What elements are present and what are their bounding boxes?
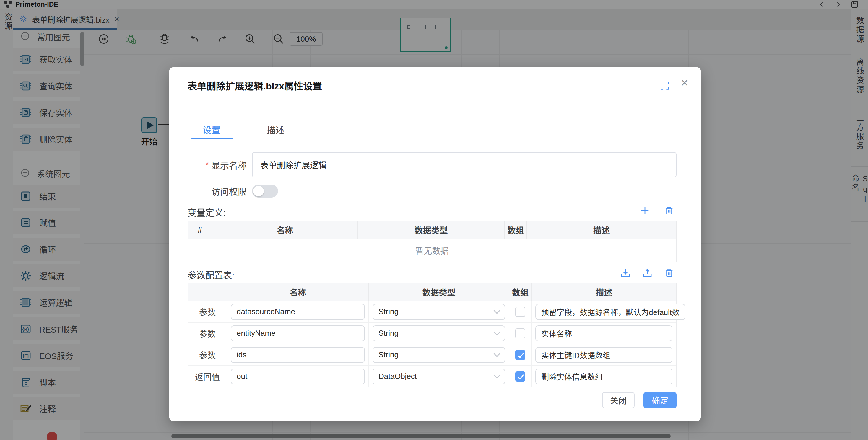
- ide-screen: Primeton-IDE 资源 表单删除扩展逻辑.bizx × 常用图元获取实体…: [0, 0, 868, 440]
- access-label: 访问权限: [188, 185, 247, 197]
- variables-table: #名称数据类型数组描述 暂无数据: [188, 221, 677, 262]
- active-tab-ink: [191, 137, 234, 139]
- param-name-input[interactable]: out: [231, 369, 365, 384]
- delete-param-icon[interactable]: [663, 268, 675, 279]
- display-name-label: * 显示名称: [188, 152, 247, 178]
- column-header: 数据类型: [369, 283, 509, 301]
- tab-description[interactable]: 描述: [267, 122, 284, 137]
- toggle-knob: [253, 186, 264, 196]
- properties-dialog: 表单删除扩展逻辑.bizx属性设置 × 设置 描述 * 显示名称 表单删除扩展逻…: [169, 67, 701, 421]
- column-header: [188, 283, 227, 301]
- param-name-input[interactable]: ids: [231, 347, 365, 363]
- params-table: 名称数据类型数组描述 参数datasourceNameString预留字段，数据…: [188, 283, 677, 387]
- param-type-select[interactable]: String: [373, 304, 505, 320]
- param-kind: 参数: [188, 344, 227, 365]
- display-name-input[interactable]: 表单删除扩展逻辑: [252, 152, 677, 178]
- array-checkbox[interactable]: [515, 307, 525, 317]
- param-type-select[interactable]: DataObject: [373, 369, 505, 384]
- column-header: 数据类型: [358, 221, 505, 239]
- required-asterisk: *: [205, 160, 209, 170]
- param-type-select[interactable]: String: [373, 325, 505, 341]
- params-section-label: 参数配置表:: [188, 268, 234, 281]
- empty-state: 暂无数据: [188, 239, 676, 262]
- column-header: #: [188, 221, 212, 239]
- array-checkbox[interactable]: [515, 350, 525, 360]
- param-name-input[interactable]: datasourceName: [231, 304, 365, 320]
- tab-track: [188, 139, 677, 139]
- param-desc-input[interactable]: 实体名称: [535, 325, 673, 341]
- column-header: 数组: [509, 283, 532, 301]
- param-row: 参数datasourceNameString预留字段，数据源名称，默认为defa…: [188, 301, 676, 323]
- param-desc-input[interactable]: 预留字段，数据源名称，默认为default数: [535, 304, 685, 320]
- column-header: 数组: [505, 221, 527, 239]
- column-header: 描述: [532, 283, 676, 301]
- export-params-icon[interactable]: [642, 268, 653, 279]
- fullscreen-icon[interactable]: [660, 81, 670, 90]
- tab-settings[interactable]: 设置: [203, 122, 220, 137]
- delete-variable-icon[interactable]: [663, 205, 675, 216]
- import-params-icon[interactable]: [620, 268, 631, 279]
- chevron-down-icon: [494, 307, 500, 314]
- dialog-title: 表单删除扩展逻辑.bizx属性设置: [188, 78, 322, 92]
- param-desc-input[interactable]: 实体主键ID数据数组: [535, 347, 673, 363]
- chevron-down-icon: [494, 372, 500, 379]
- column-header: 描述: [527, 221, 676, 239]
- add-variable-icon[interactable]: [639, 205, 651, 216]
- variables-section-label: 变量定义:: [188, 206, 225, 219]
- param-kind: 参数: [188, 301, 227, 322]
- chevron-down-icon: [494, 350, 500, 357]
- param-kind: 返回值: [188, 366, 227, 387]
- array-checkbox[interactable]: [515, 372, 525, 381]
- ok-button[interactable]: 确定: [644, 392, 677, 408]
- column-header: 名称: [212, 221, 358, 239]
- chevron-down-icon: [494, 329, 500, 336]
- param-row: 返回值outDataObject删除实体信息数组: [188, 366, 676, 387]
- param-row: 参数idsString实体主键ID数据数组: [188, 344, 676, 366]
- close-icon[interactable]: ×: [681, 76, 688, 89]
- close-button[interactable]: 关闭: [602, 392, 634, 408]
- array-checkbox[interactable]: [515, 328, 525, 338]
- param-row: 参数entityNameString实体名称: [188, 323, 676, 344]
- param-desc-input[interactable]: 删除实体信息数组: [535, 369, 673, 384]
- param-type-select[interactable]: String: [373, 347, 505, 363]
- param-kind: 参数: [188, 323, 227, 344]
- param-name-input[interactable]: entityName: [231, 325, 365, 341]
- access-toggle[interactable]: [252, 185, 278, 197]
- column-header: 名称: [227, 283, 369, 301]
